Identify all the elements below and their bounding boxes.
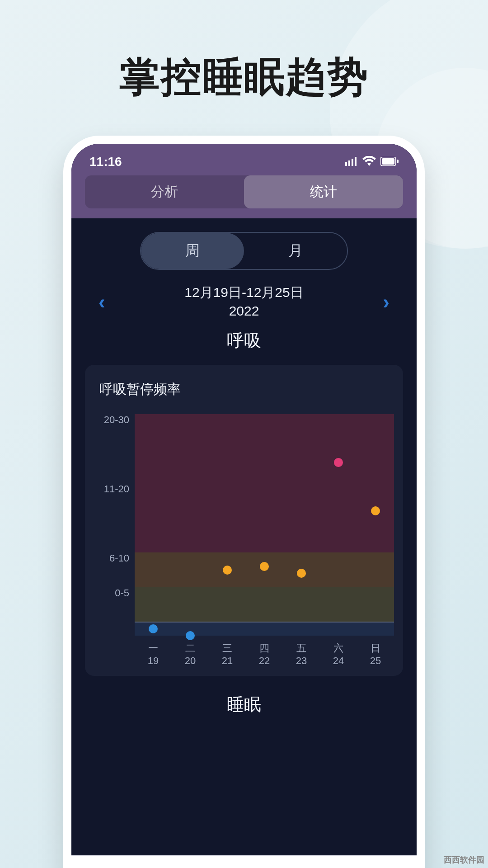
nav-star-icon[interactable]: [364, 867, 383, 868]
nav-stats-icon[interactable]: [278, 867, 297, 868]
data-point: [149, 624, 158, 633]
chart-title: 呼吸暂停频率: [99, 380, 394, 399]
y-axis: 20-3011-206-100-5: [94, 414, 135, 636]
status-bar: 11:16: [71, 152, 417, 175]
x-tick: 六24: [320, 642, 357, 667]
wifi-icon: [362, 155, 376, 169]
y-tick: 0-5: [94, 587, 129, 622]
data-point: [223, 566, 232, 575]
phone-screen: 11:16 分析 统计: [71, 144, 417, 868]
x-tick: 日25: [357, 642, 394, 667]
date-range-line2: 2022: [184, 302, 303, 321]
chart: 20-3011-206-100-5: [94, 414, 394, 636]
plot-area: [135, 414, 394, 636]
y-tick: 20-30: [94, 414, 129, 483]
y-tick: 6-10: [94, 552, 129, 587]
top-tabs: 分析 统计: [85, 175, 403, 208]
date-range-line1: 12月19日-12月25日: [184, 283, 303, 302]
svg-rect-6: [397, 160, 399, 163]
svg-rect-3: [355, 157, 357, 166]
nav-calendar-icon[interactable]: [105, 867, 124, 868]
data-point: [297, 569, 306, 578]
watermark: 西西软件园: [444, 854, 484, 865]
svg-rect-5: [382, 158, 394, 165]
nav-moon-icon[interactable]: [192, 867, 211, 868]
x-tick: 五23: [283, 642, 320, 667]
svg-rect-0: [345, 162, 347, 166]
date-range: 12月19日-12月25日 2022: [184, 283, 303, 320]
data-point: [371, 506, 380, 515]
x-tick: 二20: [172, 642, 209, 667]
section-title-sleep: 睡眠: [85, 693, 403, 716]
prev-arrow-icon[interactable]: ‹: [99, 291, 105, 313]
tab-statistics[interactable]: 统计: [244, 175, 403, 208]
chart-band-red: [135, 414, 394, 552]
chart-band-yellow: [135, 587, 394, 622]
x-tick: 一19: [135, 642, 172, 667]
status-indicators: [345, 155, 399, 169]
period-week[interactable]: 周: [141, 233, 244, 269]
battery-icon: [380, 155, 399, 169]
tab-analysis[interactable]: 分析: [85, 175, 244, 208]
app-header: 11:16 分析 统计: [71, 144, 417, 218]
chart-card: 呼吸暂停频率 20-3011-206-100-5 一19二20三21四22五23…: [85, 365, 403, 676]
phone-frame: 11:16 分析 统计: [63, 136, 425, 868]
bottom-nav: [71, 855, 417, 868]
data-point: [260, 562, 269, 571]
svg-rect-2: [352, 159, 353, 166]
promo-title: 掌控睡眠趋势: [0, 50, 488, 105]
svg-rect-1: [348, 160, 350, 166]
date-nav: ‹ 12月19日-12月25日 2022 ›: [99, 283, 389, 320]
x-axis: 一19二20三21四22五23六24日25: [135, 642, 394, 667]
status-time: 11:16: [89, 155, 122, 169]
data-point: [186, 631, 195, 640]
y-tick: 11-20: [94, 483, 129, 552]
chart-baseline: [135, 622, 394, 623]
period-toggle: 周 月: [140, 232, 348, 270]
data-point: [334, 458, 343, 467]
x-tick: 三21: [209, 642, 246, 667]
content-area: 周 月 ‹ 12月19日-12月25日 2022 › 呼吸 呼吸暂停频率 20-…: [71, 218, 417, 716]
next-arrow-icon[interactable]: ›: [383, 291, 389, 313]
period-month[interactable]: 月: [244, 233, 347, 269]
cellular-icon: [345, 155, 358, 169]
x-tick: 四22: [246, 642, 283, 667]
section-title-breathing: 呼吸: [85, 329, 403, 352]
chart-band-blue: [135, 622, 394, 636]
